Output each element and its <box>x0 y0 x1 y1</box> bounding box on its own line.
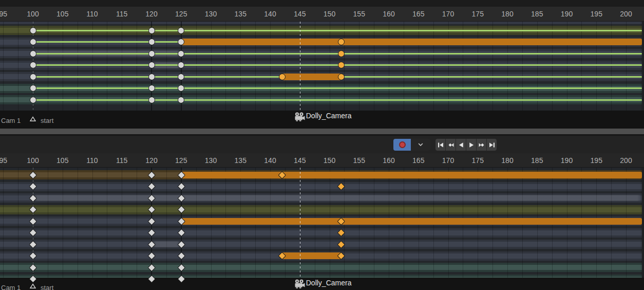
auto-keying-options-dropdown[interactable] <box>411 139 430 151</box>
bottom-channel-area[interactable] <box>0 168 644 278</box>
top-marker-bar[interactable]: Cam 1startDolly_Camera <box>0 111 644 128</box>
ruler-tick-label: 120 <box>140 7 163 22</box>
keyframe[interactable] <box>178 97 184 103</box>
grid-line <box>196 22 197 111</box>
keyframe[interactable] <box>30 39 36 45</box>
selected-range-bar[interactable] <box>282 74 342 80</box>
keyframe[interactable] <box>178 74 184 80</box>
keyframe[interactable] <box>30 27 36 34</box>
grid-line <box>48 22 48 111</box>
editor-separator[interactable] <box>0 128 644 136</box>
jump-to-end-button[interactable] <box>487 139 497 151</box>
channel-row[interactable] <box>0 182 642 191</box>
ruler-tick-label: 135 <box>229 7 252 22</box>
grid-line <box>493 22 493 111</box>
jump-to-start-button[interactable] <box>435 139 446 151</box>
grid-line <box>137 22 137 111</box>
play-reverse-button[interactable] <box>456 139 466 151</box>
ruler-tick-label: 155 <box>347 153 371 168</box>
timeline-panel-top: 9510010511011512012513013514014515015516… <box>0 0 644 128</box>
grid-line <box>463 22 463 111</box>
marker-label[interactable]: Cam 1 <box>1 117 21 124</box>
selected-range-bar[interactable] <box>181 218 642 225</box>
grid-line <box>78 168 78 278</box>
keyframe[interactable] <box>338 39 345 45</box>
grid-line <box>3 168 4 278</box>
channel-row[interactable] <box>0 228 642 238</box>
grid-line <box>122 22 122 111</box>
keyframe[interactable] <box>178 27 184 34</box>
keyframe[interactable] <box>148 74 155 80</box>
keyframe[interactable] <box>148 85 155 92</box>
camera-marker-icon <box>294 112 305 122</box>
keyframe[interactable] <box>30 74 36 80</box>
marker-triangle-icon[interactable] <box>30 282 36 290</box>
ruler-tick-label: 190 <box>555 153 579 168</box>
auto-keying-record-button[interactable] <box>393 139 411 151</box>
bottom-marker-bar[interactable]: Cam 1startDolly_Camera <box>0 278 644 290</box>
keyframe[interactable] <box>148 27 155 34</box>
blender-timeline-workspace: 9510010511011512012513013514014515015516… <box>0 0 644 290</box>
channel-row[interactable] <box>0 205 642 214</box>
marker-label[interactable]: Cam 1 <box>1 284 21 290</box>
grid-line <box>3 22 4 111</box>
partial-row-above <box>0 22 642 24</box>
ruler-tick-label: 175 <box>466 7 489 22</box>
ruler-tick-label: 200 <box>614 153 638 168</box>
ruler-tick-label: 105 <box>51 153 74 168</box>
marker-label[interactable]: start <box>41 117 53 124</box>
keyframe[interactable] <box>338 74 345 80</box>
prev-key-icon <box>448 142 454 148</box>
bottom-frame-ruler[interactable]: 9510010511011512012513013514014515015516… <box>0 153 644 168</box>
top-frame-ruler[interactable]: 9510010511011512012513013514014515015516… <box>0 7 644 22</box>
selected-range-bar[interactable] <box>282 252 342 259</box>
channel-row[interactable] <box>0 240 642 249</box>
jump-to-next-keyframe-button[interactable] <box>477 139 487 151</box>
grid-line <box>611 22 612 111</box>
camera-marker-icon[interactable] <box>294 279 305 290</box>
channel-row[interactable] <box>0 263 642 272</box>
keyframe[interactable] <box>148 50 155 57</box>
camera-marker-icon[interactable] <box>294 112 305 124</box>
grid-line <box>63 168 63 278</box>
keyframe[interactable] <box>178 50 184 57</box>
marker-label[interactable]: Dolly_Camera <box>306 279 352 287</box>
play-rev-icon <box>458 142 464 148</box>
marker-triangle-icon[interactable] <box>30 115 36 124</box>
play-button[interactable] <box>466 139 477 151</box>
ruler-tick-label: 145 <box>288 153 312 168</box>
chevron-down-icon <box>418 143 423 147</box>
marker-label[interactable]: start <box>41 284 53 290</box>
ruler-tick-label: 100 <box>21 7 45 22</box>
jump-to-prev-keyframe-button[interactable] <box>446 139 456 151</box>
keyframe[interactable] <box>30 85 36 92</box>
grid-line <box>107 168 107 278</box>
selected-range-bar[interactable] <box>181 39 642 45</box>
timeline-header <box>0 136 644 153</box>
keyframe[interactable] <box>30 62 36 68</box>
selected-range-bar[interactable] <box>181 172 642 178</box>
keyframe[interactable] <box>30 97 36 103</box>
keyframe[interactable] <box>148 62 155 68</box>
playback-controls <box>435 139 497 151</box>
keyframe[interactable] <box>148 97 155 103</box>
ruler-tick-label: 130 <box>199 153 223 168</box>
ruler-tick-label: 180 <box>496 7 519 22</box>
marker-label[interactable]: Dolly_Camera <box>306 112 352 120</box>
ruler-tick-label: 190 <box>555 7 579 22</box>
keyframe[interactable] <box>279 74 286 80</box>
ruler-tick-label: 165 <box>407 153 430 168</box>
keyframe[interactable] <box>338 50 345 57</box>
ruler-tick-label: 115 <box>110 7 134 22</box>
grid-line <box>270 22 271 111</box>
value-line <box>33 87 642 89</box>
keyframe[interactable] <box>148 39 155 45</box>
ruler-tick-label: 100 <box>21 153 45 168</box>
top-channel-area[interactable] <box>0 22 644 111</box>
ruler-tick-label: 170 <box>437 7 460 22</box>
keyframe[interactable] <box>338 62 345 68</box>
ruler-tick-label: 180 <box>496 153 519 168</box>
grid-line <box>122 168 122 278</box>
panel-top-strip <box>0 0 644 7</box>
keyframe[interactable] <box>30 50 36 57</box>
